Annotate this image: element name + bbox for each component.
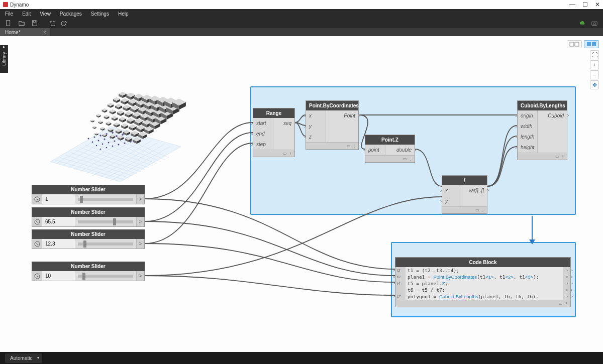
number-slider-node[interactable]: Number Slider 10 > — [32, 262, 145, 281]
node-range[interactable]: Range >start seq> >end >step ▭⋮ — [253, 108, 295, 157]
input-port-end[interactable]: >end — [253, 129, 273, 139]
app-title: Dynamo — [10, 2, 29, 8]
view-3d-toggle[interactable] — [567, 40, 582, 48]
input-port-t7[interactable]: >t7 — [395, 293, 406, 300]
output-port[interactable]: > — [136, 271, 144, 281]
input-port-y[interactable]: >y — [442, 196, 462, 206]
menu-help[interactable]: Help — [118, 11, 129, 17]
input-port-x[interactable]: >x — [306, 110, 326, 121]
node-point-by-coordinates[interactable]: Point.ByCoordinates >x Point> >y >z ▭⋮ — [306, 100, 359, 150]
menu-view[interactable]: View — [40, 11, 51, 17]
slider-track[interactable] — [75, 271, 136, 281]
save-icon[interactable] — [31, 20, 38, 27]
output-port[interactable]: > — [136, 217, 144, 226]
undo-icon[interactable] — [48, 20, 55, 27]
minimize-button[interactable]: — — [569, 1, 575, 8]
file-tab-home[interactable]: Home* × — [0, 28, 50, 36]
expand-toggle[interactable] — [32, 217, 42, 226]
node-code-block[interactable]: Code Block >t2>t3>t4>t7 t1 = (t2..t3..t4… — [395, 257, 571, 307]
close-button[interactable]: ✕ — [595, 1, 600, 8]
input-port-origin[interactable]: >origin — [518, 110, 538, 121]
number-slider-node[interactable]: Number Slider 12.3 > — [32, 229, 145, 249]
expand-toggle[interactable] — [32, 271, 42, 281]
slider-value[interactable]: 65.5 — [42, 217, 75, 226]
slider-thumb[interactable] — [82, 273, 85, 280]
view-mode-controls — [567, 40, 599, 48]
input-port-t4[interactable]: >t4 — [395, 280, 406, 287]
menu-edit[interactable]: Edit — [22, 11, 31, 17]
expand-toggle[interactable] — [32, 239, 42, 249]
expand-toggle[interactable] — [32, 194, 42, 204]
input-port-start[interactable]: >start — [253, 118, 273, 129]
library-panel-toggle[interactable]: Library — [0, 45, 8, 73]
svg-point-33 — [118, 144, 120, 146]
svg-point-44 — [104, 138, 105, 140]
input-port-width[interactable]: >width — [518, 121, 538, 132]
menu-packages[interactable]: Packages — [60, 11, 82, 17]
cloud-icon[interactable] — [579, 20, 586, 27]
output-port[interactable]: Point> — [326, 113, 358, 118]
svg-point-32 — [112, 146, 114, 147]
zoom-in-button[interactable]: + — [590, 60, 599, 69]
output-port[interactable]: >> — [563, 287, 570, 293]
graph-canvas[interactable]: Library ⛶ + − ✥ — [0, 36, 603, 350]
slider-track[interactable] — [75, 194, 136, 204]
open-icon[interactable] — [18, 20, 25, 27]
tab-label: Home* — [5, 30, 21, 35]
output-port[interactable]: double> — [385, 147, 415, 153]
svg-point-57 — [35, 274, 40, 279]
slider-track[interactable] — [75, 217, 136, 226]
slider-value[interactable]: 1 — [42, 194, 75, 204]
menu-settings[interactable]: Settings — [91, 11, 109, 17]
input-port-y[interactable]: >y — [306, 121, 326, 132]
output-port[interactable]: >> — [563, 274, 570, 280]
new-file-icon[interactable] — [5, 20, 12, 27]
slider-value[interactable]: 12.3 — [42, 239, 75, 249]
svg-point-37 — [102, 144, 104, 145]
status-bar: Automatic — [0, 352, 603, 364]
number-slider-node[interactable]: Number Slider 1 > — [32, 185, 145, 204]
output-port[interactable]: >> — [563, 267, 570, 274]
output-port[interactable]: seq> — [273, 120, 294, 126]
menu-file[interactable]: File — [5, 11, 13, 17]
node-point-z[interactable]: Point.Z >point double> ▭⋮ — [365, 135, 415, 163]
camera-icon[interactable] — [591, 20, 598, 27]
close-tab-icon[interactable]: × — [43, 30, 46, 35]
output-port[interactable]: >> — [563, 280, 570, 287]
input-port-height[interactable]: >height — [518, 142, 538, 153]
output-port[interactable]: var[]..[]> — [462, 188, 487, 193]
slider-thumb[interactable] — [113, 218, 116, 225]
maximize-button[interactable]: ☐ — [582, 1, 588, 8]
input-port-spacer — [395, 287, 406, 293]
slider-value[interactable]: 10 — [42, 271, 75, 281]
node-title: Number Slider — [32, 229, 145, 239]
input-port-point[interactable]: >point — [365, 145, 385, 155]
input-port-step[interactable]: >step — [253, 139, 273, 150]
svg-rect-4 — [575, 42, 579, 46]
input-port-t2[interactable]: >t2 — [395, 267, 406, 274]
slider-track[interactable] — [75, 239, 136, 249]
svg-point-2 — [593, 23, 595, 25]
fit-view-button[interactable]: ⛶ — [590, 50, 599, 59]
run-mode-selector[interactable]: Automatic — [5, 353, 42, 363]
zoom-out-button[interactable]: − — [590, 70, 599, 79]
pan-button[interactable]: ✥ — [590, 80, 599, 89]
redo-icon[interactable] — [61, 20, 68, 27]
slider-thumb[interactable] — [83, 240, 86, 248]
output-port[interactable]: >> — [563, 293, 570, 300]
output-port[interactable]: Cuboid> — [538, 113, 567, 118]
output-port[interactable]: > — [136, 194, 144, 204]
input-port-z[interactable]: >z — [306, 132, 326, 142]
input-port-length[interactable]: >length — [518, 132, 538, 142]
view-graph-toggle[interactable] — [584, 40, 599, 48]
input-port-t3[interactable]: >t3 — [395, 274, 406, 280]
slider-thumb[interactable] — [80, 196, 83, 203]
geometry-preview-3d — [45, 51, 186, 182]
node-divide[interactable]: / >x var[]..[]> >y ▭⋮ — [442, 175, 487, 214]
toolbar — [0, 18, 603, 28]
input-port-x[interactable]: >x — [442, 185, 462, 196]
output-port[interactable]: > — [136, 239, 144, 249]
number-slider-node[interactable]: Number Slider 65.5 > — [32, 207, 145, 227]
code-editor[interactable]: t1 = (t2..t3..t4); plane1 = Point.ByCoor… — [406, 267, 563, 300]
node-cuboid-by-lengths[interactable]: Cuboid.ByLengths >origin Cuboid> >width … — [517, 100, 567, 160]
